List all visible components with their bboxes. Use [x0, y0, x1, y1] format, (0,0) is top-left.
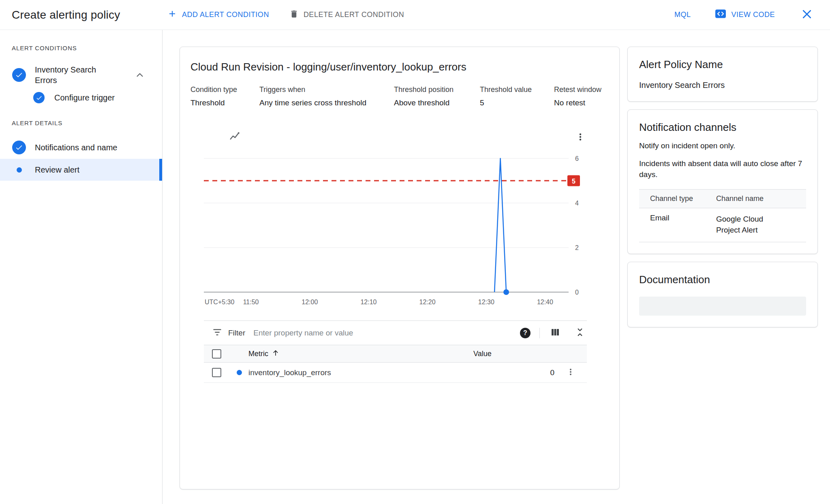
condition-field: Condition type Threshold: [190, 85, 259, 107]
field-value: Threshold: [190, 98, 259, 107]
timeseries-chart: 024611:5012:0012:1012:2012:3012:40UTC+5:…: [204, 130, 587, 383]
metrics-table-header: Metric Value: [204, 345, 587, 363]
metric-name: inventory_lookup_errors: [248, 368, 473, 377]
alert-policy-name-card: Alert Policy Name Inventory Search Error…: [627, 47, 818, 102]
condition-card-title: Cloud Run Revision - logging/user/invent…: [190, 61, 607, 73]
svg-text:12:20: 12:20: [419, 299, 436, 305]
row-menu-button[interactable]: [565, 366, 577, 379]
unfold-less-icon: [575, 327, 585, 339]
alert-conditions-section-label: ALERT CONDITIONS: [12, 45, 162, 51]
check-circle-icon: [12, 68, 26, 82]
kebab-menu-icon: [566, 367, 575, 378]
mql-button[interactable]: MQL: [670, 6, 696, 23]
channel-type-header: Channel type: [650, 194, 716, 203]
timeseries-svg: 024611:5012:0012:1012:2012:3012:40UTC+5:…: [204, 146, 587, 312]
svg-text:2: 2: [575, 244, 579, 251]
svg-text:4: 4: [575, 200, 579, 207]
header-right-actions: MQL VIEW CODE: [670, 4, 815, 26]
divider: [539, 328, 540, 338]
series-color-dot: [237, 370, 242, 375]
delete-alert-condition-label: DELETE ALERT CONDITION: [304, 11, 404, 19]
selected-accent-bar: [159, 159, 162, 181]
view-code-button[interactable]: VIEW CODE: [715, 4, 780, 26]
help-icon[interactable]: ?: [520, 328, 531, 338]
value-column-header: Value: [473, 350, 554, 358]
column-selector-icon: [550, 327, 560, 338]
channel-name-value: Google Cloud Project Alert: [716, 214, 773, 236]
mql-label: MQL: [674, 11, 691, 19]
channel-row: Email Google Cloud Project Alert: [639, 208, 806, 242]
collapse-table-button[interactable]: [573, 325, 587, 340]
sidebar-item-notifications[interactable]: Notifications and name: [0, 136, 162, 159]
sidebar-item-review-alert[interactable]: Review alert: [0, 159, 162, 181]
field-label: Triggers when: [259, 85, 394, 94]
metrics-explorer-icon[interactable]: [229, 130, 241, 144]
condition-field: Retest window No retest: [554, 85, 607, 107]
chart-menu-button[interactable]: [574, 130, 587, 145]
documentation-title: Documentation: [639, 273, 806, 286]
page-title-box: Create alerting policy: [12, 9, 163, 21]
condition-summary: Condition type Threshold Triggers when A…: [190, 85, 607, 107]
add-alert-condition-button[interactable]: ADD ALERT CONDITION: [163, 5, 274, 25]
documentation-input[interactable]: [639, 297, 806, 316]
plus-icon: [167, 9, 177, 21]
field-label: Retest window: [554, 85, 607, 94]
kebab-menu-icon: [575, 132, 585, 143]
review-alert-label: Review alert: [35, 164, 79, 175]
check-circle-icon: [33, 92, 45, 103]
select-all-checkbox[interactable]: [212, 349, 221, 359]
condition-field: Threshold value 5: [480, 85, 554, 107]
metric-column-header: Metric: [248, 350, 268, 358]
condition-field: Triggers when Any time series cross thre…: [259, 85, 394, 107]
field-value: 5: [480, 98, 554, 107]
svg-text:12:30: 12:30: [478, 299, 494, 305]
sidebar-item-condition[interactable]: Inventory Search Errors: [0, 61, 162, 89]
close-button[interactable]: [799, 6, 815, 23]
summary-column: Alert Policy Name Inventory Search Error…: [627, 47, 818, 327]
sidebar-item-configure-trigger[interactable]: Configure trigger: [0, 90, 162, 106]
check-circle-icon: [12, 141, 26, 154]
trash-icon: [289, 9, 299, 21]
alert-policy-name-title: Alert Policy Name: [639, 58, 806, 71]
svg-text:5: 5: [572, 178, 575, 185]
chevron-up-icon[interactable]: [135, 70, 145, 80]
svg-text:0: 0: [575, 289, 579, 296]
delete-alert-condition-button[interactable]: DELETE ALERT CONDITION: [285, 5, 409, 25]
filter-label: Filter: [228, 329, 245, 337]
page-title: Create alerting policy: [12, 9, 120, 21]
field-value: Any time series cross threshold: [259, 98, 394, 107]
notification-channels-title: Notification channels: [639, 121, 806, 134]
filter-icon: [212, 327, 222, 339]
steps-sidebar: ALERT CONDITIONS Inventory Search Errors…: [0, 30, 163, 504]
documentation-card: Documentation: [627, 262, 818, 327]
column-selector-button[interactable]: [549, 326, 562, 340]
auto-close-text: Incidents with absent data will auto clo…: [639, 158, 806, 180]
svg-text:12:10: 12:10: [360, 299, 376, 305]
channels-table: Channel type Channel name Email Google C…: [639, 189, 806, 242]
filter-bar: Filter ?: [204, 320, 587, 345]
field-label: Threshold position: [394, 85, 480, 94]
alert-details-section-label: ALERT DETAILS: [12, 120, 162, 126]
sidebar-item-condition-label: Inventory Search Errors: [35, 64, 112, 85]
row-checkbox[interactable]: [212, 368, 221, 377]
notification-channels-card: Notification channels Notify on incident…: [627, 109, 818, 254]
channel-name-header: Channel name: [716, 194, 806, 203]
top-bar: Create alerting policy ADD ALERT CONDITI…: [0, 0, 830, 30]
svg-text:12:00: 12:00: [302, 299, 318, 305]
view-code-label: VIEW CODE: [731, 11, 775, 19]
metric-value: 0: [473, 368, 554, 377]
add-alert-condition-label: ADD ALERT CONDITION: [182, 11, 269, 19]
close-icon: [801, 8, 813, 21]
metrics-table-row[interactable]: inventory_lookup_errors 0: [204, 363, 587, 383]
code-icon: [715, 8, 726, 21]
field-value: Above threshold: [394, 98, 480, 107]
condition-review-card: Cloud Run Revision - logging/user/invent…: [180, 47, 620, 489]
alert-policy-name-value: Inventory Search Errors: [639, 81, 806, 90]
field-value: No retest: [554, 98, 607, 107]
configure-trigger-label: Configure trigger: [54, 92, 115, 103]
filter-input[interactable]: [253, 329, 520, 337]
sort-arrow-up-icon[interactable]: [272, 349, 280, 359]
svg-text:6: 6: [575, 155, 579, 162]
condition-field: Threshold position Above threshold: [394, 85, 480, 107]
notifications-and-name-label: Notifications and name: [35, 142, 117, 153]
